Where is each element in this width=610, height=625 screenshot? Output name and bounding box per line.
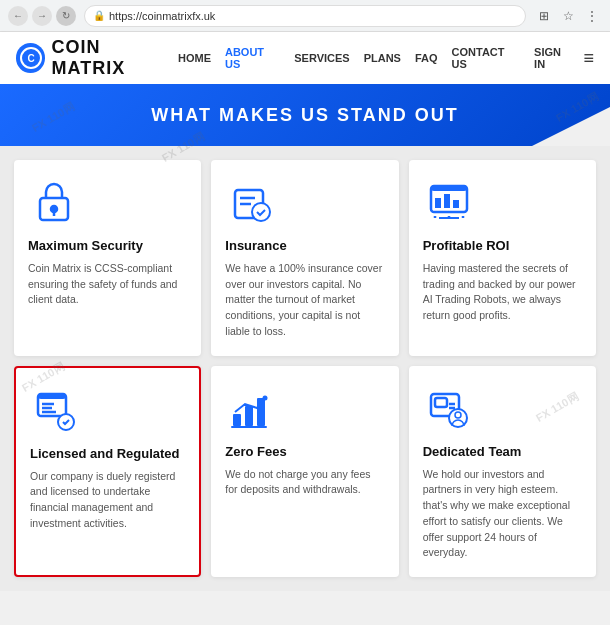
security-icon (28, 176, 80, 228)
svg-rect-15 (38, 394, 66, 399)
svg-point-6 (252, 203, 270, 221)
security-text: Coin Matrix is CCSS-compliant ensuring t… (28, 261, 187, 308)
nav-signin[interactable]: SIGN IN (534, 46, 573, 70)
nav-about[interactable]: ABOUT US (225, 46, 280, 70)
nav-faq[interactable]: FAQ (415, 52, 438, 64)
svg-point-3 (51, 206, 57, 212)
security-title: Maximum Security (28, 238, 187, 255)
nav-links: HOME ABOUT US SERVICES PLANS FAQ CONTACT… (178, 46, 574, 70)
logo-area[interactable]: C COIN MATRIX (16, 37, 178, 79)
licensed-icon (30, 384, 82, 436)
roi-icon (423, 176, 475, 228)
roi-title: Profitable ROI (423, 238, 582, 255)
more-btn[interactable]: ⋮ (582, 6, 602, 26)
fees-title: Zero Fees (225, 444, 384, 461)
url-text: https://coinmatrixfx.uk (109, 10, 215, 22)
team-title: Dedicated Team (423, 444, 582, 461)
refresh-button[interactable]: ↻ (56, 6, 76, 26)
svg-rect-12 (444, 194, 450, 208)
insurance-title: Insurance (225, 238, 384, 255)
team-text: We hold our investors and partners in ve… (423, 467, 582, 562)
insurance-text: We have a 100% insurance cover over our … (225, 261, 384, 340)
card-licensed: Licensed and Regulated Our company is du… (14, 366, 201, 577)
fees-text: We do not charge you any fees for deposi… (225, 467, 384, 499)
roi-text: Having mastered the secrets of trading a… (423, 261, 582, 324)
team-icon (423, 382, 475, 434)
svg-rect-10 (431, 186, 467, 191)
banner-title: WHAT MAKES US STAND OUT (151, 105, 458, 126)
svg-rect-26 (435, 398, 447, 407)
licensed-text: Our company is duely registerd and licen… (30, 469, 185, 532)
card-team: Dedicated Team We hold our investors and… (409, 366, 596, 577)
card-roi: Profitable ROI Having mastered the secre… (409, 160, 596, 356)
licensed-title: Licensed and Regulated (30, 446, 185, 463)
nav-home[interactable]: HOME (178, 52, 211, 64)
website-content: C COIN MATRIX HOME ABOUT US SERVICES PLA… (0, 32, 610, 591)
nav-contact[interactable]: CONTACT US (452, 46, 521, 70)
svg-rect-24 (231, 426, 267, 428)
hamburger-menu[interactable]: ≡ (583, 48, 594, 69)
navbar: C COIN MATRIX HOME ABOUT US SERVICES PLA… (0, 32, 610, 84)
bookmark-btn[interactable]: ☆ (558, 6, 578, 26)
nav-plans[interactable]: PLANS (364, 52, 401, 64)
svg-rect-13 (453, 200, 459, 208)
nav-services[interactable]: SERVICES (294, 52, 349, 64)
page-banner: WHAT MAKES US STAND OUT (0, 84, 610, 146)
extensions-btn[interactable]: ⊞ (534, 6, 554, 26)
browser-chrome: ← → ↻ 🔒 https://coinmatrixfx.uk ⊞ ☆ ⋮ (0, 0, 610, 32)
svg-point-23 (263, 395, 268, 400)
forward-button[interactable]: → (32, 6, 52, 26)
svg-rect-21 (245, 406, 253, 426)
svg-rect-11 (435, 198, 441, 208)
svg-text:C: C (27, 53, 34, 64)
logo-text: COIN MATRIX (51, 37, 178, 79)
address-bar[interactable]: 🔒 https://coinmatrixfx.uk (84, 5, 526, 27)
card-security: Maximum Security Coin Matrix is CCSS-com… (14, 160, 201, 356)
lock-icon: 🔒 (93, 10, 105, 21)
logo-icon: C (16, 43, 45, 73)
insurance-icon (225, 176, 277, 228)
fees-icon (225, 382, 277, 434)
features-grid: Maximum Security Coin Matrix is CCSS-com… (0, 146, 610, 591)
banner-triangle (530, 107, 610, 146)
svg-rect-20 (233, 414, 241, 426)
back-button[interactable]: ← (8, 6, 28, 26)
card-insurance: Insurance We have a 100% insurance cover… (211, 160, 398, 356)
card-fees: Zero Fees We do not charge you any fees … (211, 366, 398, 577)
